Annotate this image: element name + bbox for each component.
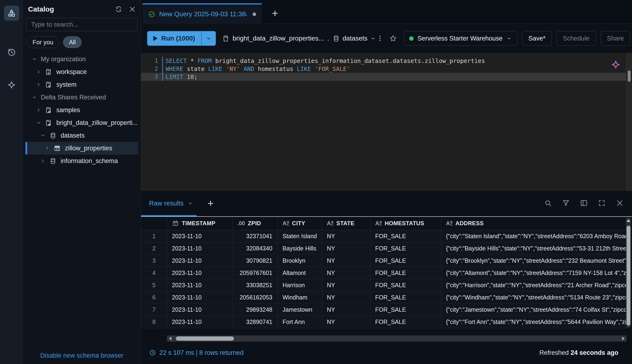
scroll-left-icon[interactable]: [169, 337, 171, 340]
close-icon[interactable]: [615, 199, 624, 207]
editor-scrollbar[interactable]: [626, 53, 632, 191]
tree-item-information-schema[interactable]: information_schema: [26, 154, 138, 167]
cell-city: Bayside Hills: [278, 242, 322, 255]
table-row[interactable]: 32023-11-1030790821BrooklynNYFOR_SALE{"c…: [141, 255, 626, 267]
filter-icon[interactable]: [562, 199, 570, 207]
chevron-down-icon[interactable]: [32, 94, 37, 100]
line-number: 1: [141, 58, 159, 64]
kebab-menu-icon[interactable]: [376, 33, 384, 44]
run-options-button[interactable]: [201, 31, 216, 46]
catalog-rail-button[interactable]: [4, 6, 19, 21]
chevron-right-icon[interactable]: [44, 145, 50, 151]
table-row[interactable]: 42023-11-102059767601AltamontNYFOR_SALE{…: [141, 267, 626, 279]
raw-results-tab[interactable]: Raw results: [149, 191, 193, 216]
column-header-homestatus[interactable]: ABCHOMESTATUS: [371, 217, 441, 230]
save-button[interactable]: Save*: [522, 31, 552, 46]
share-button[interactable]: Share: [601, 31, 630, 46]
execution-status-text: 22 s 107 ms | 8 rows returned: [159, 349, 244, 356]
column-header-city[interactable]: ABCCITY: [278, 217, 322, 230]
cell-timestamp: 2023-11-10: [167, 267, 232, 279]
sql-editor[interactable]: 1SELECT * FROM bright_data_zillow_proper…: [141, 53, 632, 191]
cell-row: 2: [141, 242, 167, 255]
cell-city: Fort Ann: [278, 316, 322, 328]
chevron-down-icon[interactable]: [32, 56, 37, 62]
code-line-3[interactable]: 3LIMIT 10;: [141, 73, 632, 81]
tree-item-workspace[interactable]: workspace: [26, 66, 138, 78]
active-tab-underline: [141, 215, 197, 216]
catalog-selector[interactable]: bright_data_zillow_properties...: [232, 35, 324, 42]
warehouse-selector[interactable]: Serverless Starter Warehouse: [404, 31, 517, 46]
add-visualization-button[interactable]: +: [207, 198, 214, 209]
filter-for-you[interactable]: For you: [27, 36, 59, 48]
editor-toolbar: Run (1000) bright_data_zillow_properties…: [141, 24, 632, 53]
search-icon[interactable]: [544, 199, 552, 207]
sparkle-icon: [7, 80, 17, 90]
tree-item-system[interactable]: system: [26, 78, 138, 91]
assistant-sparkle-icon[interactable]: [610, 60, 621, 70]
column-header-zpid[interactable]: .00ZPID: [232, 217, 278, 230]
refreshed-status: Refreshed 24 seconds ago: [539, 349, 618, 356]
chevron-down-icon[interactable]: [40, 133, 46, 138]
table-row[interactable]: 52023-11-1033038251HarrisonNYFOR_SALE{"c…: [141, 279, 626, 292]
tree-item-samples[interactable]: samples: [26, 104, 138, 116]
column-header-state[interactable]: ABCSTATE: [322, 217, 371, 230]
chevron-right-icon[interactable]: [36, 107, 42, 113]
cell-city: Harrison: [278, 279, 322, 292]
fullscreen-icon[interactable]: [597, 199, 606, 207]
chevron-right-icon[interactable]: [36, 69, 42, 75]
table-row[interactable]: 82023-11-1032890741Fort AnnNYFOR_SALE{"c…: [141, 316, 626, 328]
assistant-rail-button[interactable]: [4, 78, 19, 93]
scroll-right-icon[interactable]: [622, 337, 625, 340]
cell-city: Staten Island: [278, 230, 322, 242]
refresh-icon[interactable]: [115, 6, 122, 13]
disable-schema-browser-link[interactable]: Disable new schema browser: [23, 352, 141, 359]
tree-item-datasets[interactable]: datasets: [26, 129, 138, 142]
run-button[interactable]: Run (1000): [147, 31, 216, 46]
catalog-gear-icon: [45, 81, 52, 88]
query-tab[interactable]: New Query 2025-09-03 11:38am: [142, 3, 262, 24]
table-row[interactable]: 72023-11-1029893248JamestownNYFOR_SALE{"…: [141, 304, 626, 316]
tree-item-label: zillow_properties: [65, 145, 112, 152]
new-tab-button[interactable]: +: [268, 6, 281, 21]
filter-all[interactable]: All: [63, 36, 82, 48]
chevron-right-icon[interactable]: [40, 158, 46, 164]
check-circle-icon: [148, 10, 155, 18]
chevron-down-icon: [188, 201, 193, 206]
schema-selector[interactable]: datasets: [343, 35, 368, 42]
cell-timestamp: 2023-11-10: [167, 230, 232, 242]
favorite-star-icon[interactable]: [389, 33, 398, 44]
close-panel-icon[interactable]: [129, 6, 136, 13]
code-line-1[interactable]: 1SELECT * FROM bright_data_zillow_proper…: [141, 57, 632, 65]
tree-item-delta-shares-received[interactable]: Delta Shares Received: [26, 91, 138, 104]
catalog-icon: [222, 35, 230, 42]
cell-timestamp: 2023-11-10: [167, 292, 232, 304]
table-row[interactable]: 62023-11-102056162053WindhamNYFOR_SALE{"…: [141, 292, 626, 304]
table-row[interactable]: 22023-11-1032084340Bayside HillsNYFOR_SA…: [141, 242, 626, 255]
schedule-button[interactable]: Schedule: [556, 31, 596, 46]
catalog-search-input[interactable]: [27, 21, 137, 28]
scroll-up-icon[interactable]: [626, 219, 630, 222]
cell-state: NY: [322, 279, 371, 292]
cell-address: {"city":"Harrison","state":"NY","streetA…: [441, 279, 626, 292]
play-icon: [153, 36, 158, 41]
vertical-scroll-thumb[interactable]: [626, 226, 630, 326]
table-row[interactable]: 12023-11-1032371041Staten IslandNYFOR_SA…: [141, 230, 626, 242]
table-horizontal-scrollbar[interactable]: [167, 336, 626, 342]
tree-item-label: workspace: [56, 68, 87, 76]
cell-zpid: 32084340: [232, 242, 278, 255]
column-header-timestamp[interactable]: TIMESTAMP: [167, 217, 232, 230]
history-rail-button[interactable]: [4, 45, 19, 60]
tree-item-my-organization[interactable]: My organization: [26, 53, 138, 66]
chevron-right-icon[interactable]: [36, 82, 42, 88]
code-line-2[interactable]: 2WHERE state LIKE 'NY' AND homestatus LI…: [141, 65, 632, 73]
refreshed-time: 24 seconds ago: [570, 349, 618, 356]
tree-item-bright-data-zillow-properti-[interactable]: bright_data_zillow_properti...: [26, 116, 138, 129]
panel-icon[interactable]: [580, 199, 588, 207]
tree-item-zillow-properties[interactable]: zillow_properties: [26, 142, 138, 154]
chevron-down-icon[interactable]: [36, 120, 42, 126]
selector-separator: .: [327, 35, 329, 42]
column-header-address[interactable]: ABCADDRESS: [441, 217, 626, 230]
horizontal-scroll-thumb[interactable]: [176, 336, 234, 341]
code-lines: 1SELECT * FROM bright_data_zillow_proper…: [141, 57, 632, 81]
table-vertical-scrollbar[interactable]: [626, 217, 631, 328]
